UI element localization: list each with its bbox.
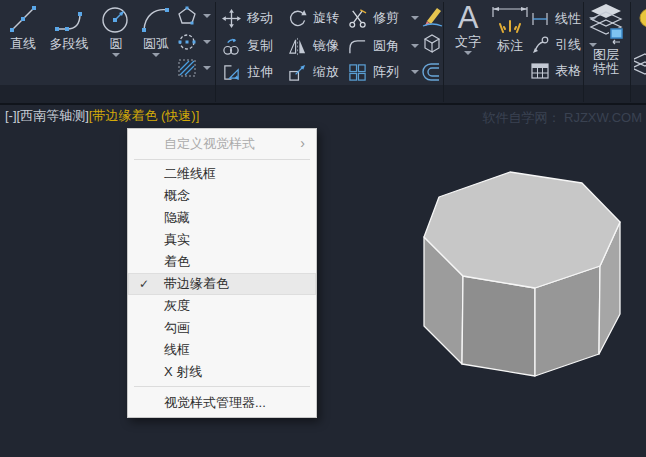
menu-item-xray[interactable]: X 射线 xyxy=(128,361,316,383)
octagonal-prism-object[interactable] xyxy=(0,0,646,457)
menu-separator xyxy=(134,159,310,160)
viewport-visual-style-control[interactable]: [带边缘着色 (快速)] xyxy=(89,108,200,123)
viewport-minimize-control[interactable]: [-] xyxy=(5,108,17,123)
menu-item-shades-of-gray[interactable]: 灰度 xyxy=(128,295,316,317)
menu-item-conceptual[interactable]: 概念 xyxy=(128,185,316,207)
menu-item-hidden[interactable]: 隐藏 xyxy=(128,207,316,229)
panel-separator xyxy=(443,2,444,102)
menu-item-2d-wireframe[interactable]: 二维线框 xyxy=(128,163,316,185)
checkmark-icon: ✓ xyxy=(139,273,149,295)
menu-item-wireframe[interactable]: 线框 xyxy=(128,339,316,361)
menu-item-shaded-with-edges[interactable]: ✓ 带边缘着色 xyxy=(128,273,316,295)
panel-separator xyxy=(215,2,216,102)
menu-item-custom-visual-styles[interactable]: 自定义视觉样式 › xyxy=(128,131,316,156)
submenu-arrow-icon: › xyxy=(300,131,305,156)
panel-separator xyxy=(583,2,584,102)
menu-item-sketchy[interactable]: 勾画 xyxy=(128,317,316,339)
menu-separator xyxy=(134,386,310,387)
autocad-window: 直线 多段线 圆 xyxy=(0,0,646,457)
visual-styles-menu: 自定义视觉样式 › 二维线框 概念 隐藏 真实 着色 ✓ 带边缘着色 灰度 勾画… xyxy=(127,128,317,418)
viewport-view-control[interactable]: [西南等轴测] xyxy=(17,108,89,123)
prism-front-face xyxy=(462,276,535,376)
panel-separator xyxy=(630,2,631,102)
viewport-controls: [-][西南等轴测][带边缘着色 (快速)] xyxy=(5,107,199,125)
menu-item-realistic[interactable]: 真实 xyxy=(128,229,316,251)
menu-item-shaded[interactable]: 着色 xyxy=(128,251,316,273)
menu-item-visual-styles-manager[interactable]: 视觉样式管理器... xyxy=(128,390,316,415)
watermark: 软件自学网： RJZXW.COM xyxy=(482,109,642,127)
